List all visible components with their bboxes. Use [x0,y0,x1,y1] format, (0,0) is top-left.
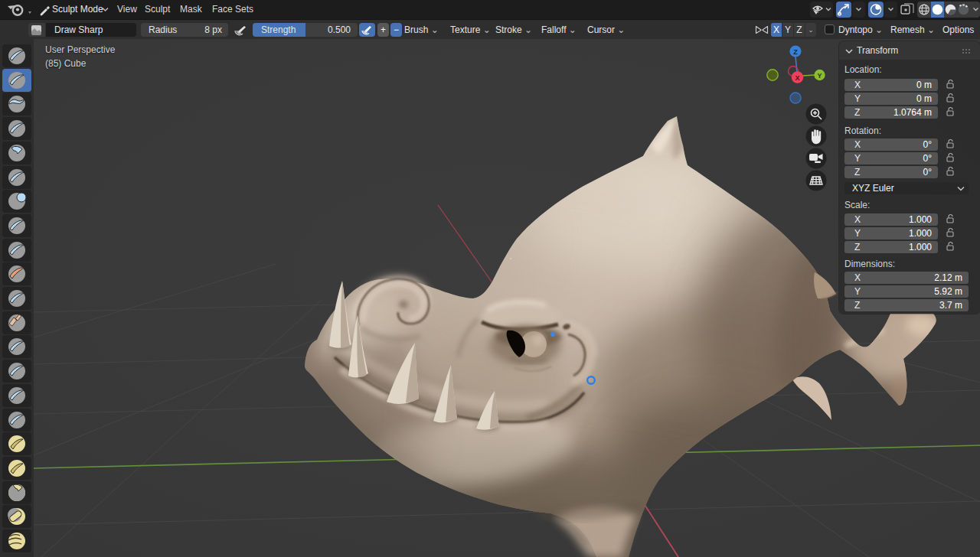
svg-text:X: X [795,74,799,82]
svg-text:Y: Y [817,72,822,80]
svg-text:Z: Z [793,48,798,56]
